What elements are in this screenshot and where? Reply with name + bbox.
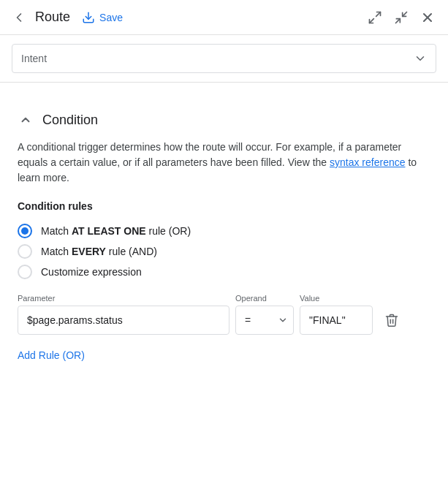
compress-button[interactable] <box>390 6 413 29</box>
radio-customize[interactable]: Customize expression <box>18 265 430 279</box>
rule-row: Parameter Operand = != < > Value <box>18 294 430 335</box>
header-left: Route Save <box>9 7 363 28</box>
save-label: Save <box>99 12 123 23</box>
condition-title: Condition <box>42 113 98 128</box>
intent-dropdown[interactable]: Intent <box>12 44 436 73</box>
radio-match-one-label: Match AT LEAST ONE rule (OR) <box>41 225 191 237</box>
condition-rules-label: Condition rules <box>18 200 430 212</box>
delete-rule-button[interactable] <box>379 306 405 335</box>
dropdown-arrow-icon <box>414 52 427 65</box>
svg-line-1 <box>376 12 381 16</box>
maximize-icon <box>368 10 382 25</box>
close-icon <box>420 10 435 25</box>
svg-line-4 <box>403 12 407 16</box>
radio-customize-input[interactable] <box>18 265 32 279</box>
add-rule-button[interactable]: Add Rule (OR) <box>18 346 85 364</box>
parameter-field-group: Parameter <box>18 294 229 335</box>
syntax-reference-link[interactable]: syntax reference <box>330 156 406 168</box>
radio-match-one-input[interactable] <box>18 224 32 238</box>
value-field-group: Value <box>300 294 373 335</box>
save-icon <box>82 11 95 24</box>
operand-label: Operand <box>235 294 294 303</box>
section-header: Condition <box>18 112 430 128</box>
parameter-label: Parameter <box>18 294 229 303</box>
radio-match-every[interactable]: Match EVERY rule (AND) <box>18 244 430 259</box>
operand-select[interactable]: = != < > <box>235 306 294 335</box>
radio-group: Match AT LEAST ONE rule (OR) Match EVERY… <box>18 224 430 279</box>
value-label: Value <box>300 294 373 303</box>
collapse-icon <box>19 113 32 126</box>
close-button[interactable] <box>416 6 439 29</box>
operand-field-group: Operand = != < > <box>235 294 294 335</box>
intent-label: Intent <box>21 53 47 64</box>
condition-description: A conditional trigger determines how the… <box>18 140 430 186</box>
save-button[interactable]: Save <box>76 8 129 27</box>
radio-match-one[interactable]: Match AT LEAST ONE rule (OR) <box>18 224 430 238</box>
radio-customize-label: Customize expression <box>41 266 142 278</box>
value-input[interactable] <box>300 306 373 335</box>
spacer <box>0 83 448 100</box>
compress-icon <box>394 10 409 25</box>
header-right <box>363 6 439 29</box>
svg-line-2 <box>370 18 374 23</box>
intent-section: Intent <box>0 35 448 83</box>
parameter-input[interactable] <box>18 306 229 335</box>
svg-line-3 <box>396 18 400 23</box>
collapse-button[interactable] <box>18 112 34 128</box>
radio-match-every-label: Match EVERY rule (AND) <box>41 246 157 257</box>
delete-icon <box>384 313 399 327</box>
header: Route Save <box>0 0 448 35</box>
radio-match-every-input[interactable] <box>18 244 32 259</box>
condition-section: Condition A conditional trigger determin… <box>0 100 448 376</box>
page-title: Route <box>35 10 70 25</box>
back-button[interactable] <box>9 7 29 28</box>
add-rule-label: Add Rule (OR) <box>18 349 85 361</box>
maximize-button[interactable] <box>363 6 387 29</box>
